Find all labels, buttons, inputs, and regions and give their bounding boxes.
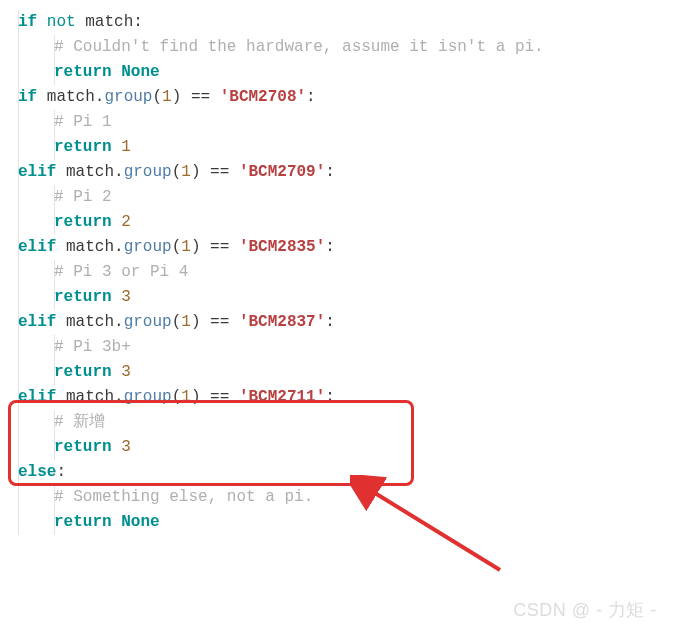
keyword-else: else <box>18 463 56 481</box>
literal-none: None <box>121 63 159 81</box>
code-line: elif match.group(1) == 'BCM2711': <box>18 385 675 410</box>
function-call: group <box>104 88 152 106</box>
keyword-if: if <box>18 88 37 106</box>
keyword-if: if <box>18 13 37 31</box>
identifier: match <box>85 13 133 31</box>
keyword-return: return <box>54 63 112 81</box>
code-line: return 3 <box>54 360 675 385</box>
code-line: elif match.group(1) == 'BCM2709': <box>18 160 675 185</box>
code-line: # Pi 3 or Pi 4 <box>54 260 675 285</box>
code-line: # Pi 3b+ <box>54 335 675 360</box>
code-line: if match.group(1) == 'BCM2708': <box>18 85 675 110</box>
keyword-not: not <box>47 13 76 31</box>
code-line: return 1 <box>54 135 675 160</box>
code-line: # Pi 2 <box>54 185 675 210</box>
code-line: return 2 <box>54 210 675 235</box>
code-line: # Couldn't find the hardware, assume it … <box>54 35 675 60</box>
code-line: return None <box>54 60 675 85</box>
code-line: return 3 <box>54 285 675 310</box>
comment: # Couldn't find the hardware, assume it … <box>54 38 544 56</box>
code-block: if not match: # Couldn't find the hardwa… <box>0 10 675 535</box>
keyword-elif: elif <box>18 163 56 181</box>
code-line: return None <box>54 510 675 535</box>
watermark: CSDN @ - 力矩 - <box>513 598 657 623</box>
string-literal: 'BCM2708' <box>220 88 306 106</box>
code-line: return 3 <box>54 435 675 460</box>
code-line: else: <box>18 460 675 485</box>
code-line: # Something else, not a pi. <box>54 485 675 510</box>
code-line: if not match: <box>18 10 675 35</box>
code-line: # 新增 <box>54 410 675 435</box>
code-line: # Pi 1 <box>54 110 675 135</box>
code-line: elif match.group(1) == 'BCM2837': <box>18 310 675 335</box>
code-line: elif match.group(1) == 'BCM2835': <box>18 235 675 260</box>
